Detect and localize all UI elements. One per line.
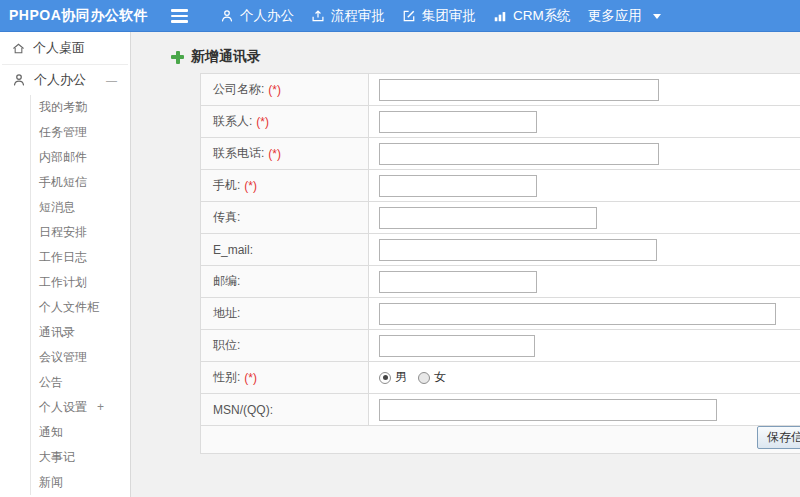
app-logo: PHPOA协同办公软件 <box>0 7 158 25</box>
postal-code-input[interactable] <box>379 271 537 293</box>
field-label-contact-phone: 联系电话:(*) <box>201 138 369 169</box>
sidebar-item-label: 日程安排 <box>39 225 87 239</box>
page-title-text: 新增通讯录 <box>191 48 261 66</box>
form-row-mobile: 手机:(*) <box>201 170 800 202</box>
field-label-postal-code: 邮编: <box>201 266 369 297</box>
gender-option-男[interactable]: 男 <box>379 369 407 386</box>
field-label-text: 传真: <box>213 209 240 226</box>
required-marker: (*) <box>268 147 281 161</box>
form-row-msn-qq: MSN/(QQ): <box>201 394 800 426</box>
nav-item-label: 流程审批 <box>331 7 385 25</box>
sidebar-item-news[interactable]: 新闻 <box>31 470 130 495</box>
company-name-input[interactable] <box>379 79 659 101</box>
main-content: 新增通讯录 公司名称:(*)联系人:(*)联系电话:(*)手机:(*)传真:E_… <box>132 32 800 497</box>
field-cell-position <box>369 330 800 361</box>
sidebar-item-label: 我的考勤 <box>39 100 87 114</box>
share-icon <box>311 9 325 23</box>
sidebar-item-announcement[interactable]: 公告 <box>31 370 130 395</box>
sidebar-item-label: 会议管理 <box>39 350 87 364</box>
msn-qq-input[interactable] <box>379 399 717 421</box>
sidebar-item-internal-mail[interactable]: 内部邮件 <box>31 145 130 170</box>
hamburger-menu-icon[interactable] <box>171 9 188 26</box>
sidebar-item-schedule[interactable]: 日程安排 <box>31 220 130 245</box>
radio-label: 男 <box>395 369 407 386</box>
expand-plus-icon[interactable]: + <box>97 400 104 414</box>
field-label-text: E_mail: <box>213 243 253 257</box>
form-row-company-name: 公司名称:(*) <box>201 74 800 106</box>
field-cell-company-name <box>369 74 800 105</box>
field-cell-fax <box>369 202 800 233</box>
sidebar-item-my-attendance[interactable]: 我的考勤 <box>31 95 130 120</box>
field-label-msn-qq: MSN/(QQ): <box>201 394 369 425</box>
sidebar-item-label: 公告 <box>39 375 63 389</box>
collapse-minus-icon[interactable]: — <box>106 65 117 95</box>
save-button[interactable]: 保存信息 <box>757 426 800 449</box>
sidebar-item-meeting-management[interactable]: 会议管理 <box>31 345 130 370</box>
sidebar-item-short-message[interactable]: 短消息 <box>31 195 130 220</box>
radio-label: 女 <box>434 369 446 386</box>
field-label-contact-person: 联系人:(*) <box>201 106 369 137</box>
chart-icon <box>493 9 507 23</box>
nav-item-group-approval[interactable]: 集团审批 <box>400 7 478 25</box>
field-label-text: 职位: <box>213 337 240 354</box>
email-input[interactable] <box>379 239 657 261</box>
nav-item-personal-office[interactable]: 个人办公 <box>218 7 296 25</box>
field-cell-msn-qq <box>369 394 800 425</box>
position-input[interactable] <box>379 335 535 357</box>
field-label-text: 联系人: <box>213 113 252 130</box>
home-icon <box>12 42 25 55</box>
address-input[interactable] <box>379 303 776 325</box>
sidebar-item-personal-file-cabinet[interactable]: 个人文件柜 <box>31 295 130 320</box>
required-marker: (*) <box>244 371 257 385</box>
sidebar-item-milestones[interactable]: 大事记 <box>31 445 130 470</box>
field-label-text: 地址: <box>213 305 240 322</box>
field-label-text: 邮编: <box>213 273 240 290</box>
field-label-gender: 性别:(*) <box>201 362 369 393</box>
top-header: PHPOA协同办公软件 个人办公流程审批集团审批CRM系统更多应用 <box>0 0 800 32</box>
sidebar-item-work-log[interactable]: 工作日志 <box>31 245 130 270</box>
required-marker: (*) <box>268 83 281 97</box>
mobile-input[interactable] <box>379 175 537 197</box>
field-label-mobile: 手机:(*) <box>201 170 369 201</box>
nav-item-label: 集团审批 <box>422 7 476 25</box>
form-footer-row <box>201 426 800 454</box>
required-marker: (*) <box>244 179 257 193</box>
nav-item-label: 个人办公 <box>240 7 294 25</box>
sidebar-item-label: 大事记 <box>39 450 75 464</box>
nav-item-crm-system[interactable]: CRM系统 <box>491 7 573 25</box>
sidebar-item-personal-settings[interactable]: 个人设置+ <box>31 395 130 420</box>
sidebar-item-mobile-sms[interactable]: 手机短信 <box>31 170 130 195</box>
field-cell-email <box>369 234 800 265</box>
sidebar-item-personal-desktop[interactable]: 个人桌面 <box>0 32 130 64</box>
sidebar-item-label: 通讯录 <box>39 325 75 339</box>
form-row-contact-phone: 联系电话:(*) <box>201 138 800 170</box>
add-plus-icon <box>171 51 184 64</box>
sidebar-section-personal-office[interactable]: 个人办公 — <box>0 65 130 95</box>
sidebar-item-label: 工作日志 <box>39 250 87 264</box>
nav-item-label: 更多应用 <box>588 7 642 25</box>
sidebar-item-label: 内部邮件 <box>39 150 87 164</box>
sidebar-item-contacts[interactable]: 通讯录 <box>31 320 130 345</box>
sidebar-section-label: 个人办公 <box>34 71 86 89</box>
nav-item-workflow-approval[interactable]: 流程审批 <box>309 7 387 25</box>
fax-input[interactable] <box>379 207 597 229</box>
sidebar-item-label: 工作计划 <box>39 275 87 289</box>
sidebar-item-label: 新闻 <box>39 475 63 489</box>
field-label-company-name: 公司名称:(*) <box>201 74 369 105</box>
contact-person-input[interactable] <box>379 111 537 133</box>
field-label-text: 公司名称: <box>213 81 264 98</box>
nav-item-more-apps[interactable]: 更多应用 <box>586 7 663 25</box>
radio-unchecked-icon[interactable] <box>418 372 430 384</box>
sidebar-item-work-plan[interactable]: 工作计划 <box>31 270 130 295</box>
contact-phone-input[interactable] <box>379 143 659 165</box>
gender-option-女[interactable]: 女 <box>418 369 446 386</box>
field-label-fax: 传真: <box>201 202 369 233</box>
sidebar-item-task-management[interactable]: 任务管理 <box>31 120 130 145</box>
nav-item-label: CRM系统 <box>513 7 571 25</box>
radio-checked-icon[interactable] <box>379 372 391 384</box>
sidebar-item-notification[interactable]: 通知 <box>31 420 130 445</box>
sidebar-item-label: 个人设置 <box>39 400 87 414</box>
form-row-email: E_mail: <box>201 234 800 266</box>
sidebar-item-label: 手机短信 <box>39 175 87 189</box>
sidebar-item-label: 个人桌面 <box>33 39 85 57</box>
